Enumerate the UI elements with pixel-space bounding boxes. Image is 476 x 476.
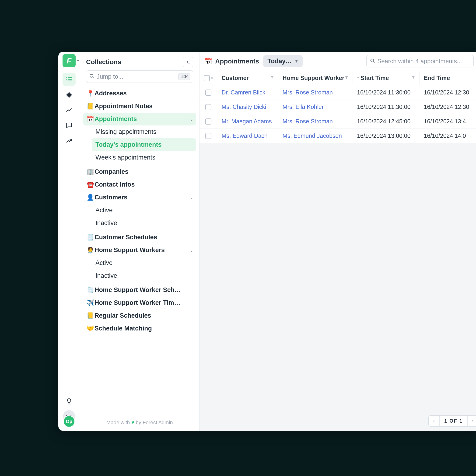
pager: ‹ 1 OF 1 › [428, 415, 476, 426]
column-customer[interactable]: Customer [217, 71, 278, 85]
cell-end-time: 16/10/2024 13:4 [420, 114, 476, 129]
sidebar-item[interactable]: 📒Appointment Notes [83, 100, 196, 113]
rail-analytics-icon[interactable] [63, 134, 76, 147]
sidebar-item[interactable]: 📒Regular Schedules [83, 309, 196, 322]
jump-placeholder: Jump to... [97, 73, 178, 80]
topbar: 📅 Appointments Today… ▼ Search within 4 … [199, 52, 476, 71]
sidebar-subitem[interactable]: Active [92, 204, 196, 217]
cell-customer[interactable]: Ms. Chasity Dicki [217, 100, 278, 114]
table-body: Dr. Camren BlickMrs. Rose Stroman16/10/2… [199, 85, 476, 431]
sidebar-item-label: Home Support Worker Sch… [94, 286, 193, 294]
rail-avatars[interactable]: EK Op [62, 410, 76, 427]
collection-tree: 📍Addresses📒Appointment Notes📅Appointment… [80, 86, 199, 414]
sidebar-subitem[interactable]: Missing appointments [92, 125, 196, 138]
jump-shortcut: ⌘K [178, 73, 190, 80]
svg-line-13 [373, 62, 374, 63]
search-icon [370, 58, 375, 65]
sidebar-item-label: Active [95, 207, 193, 214]
sidebar-item[interactable]: 📅Appointments⌄ [83, 113, 196, 125]
cell-customer[interactable]: Dr. Camren Blick [217, 85, 278, 100]
sidebar-subitem[interactable]: Inactive [92, 269, 196, 282]
collection-icon: ☎️ [86, 181, 94, 188]
sidebar-item[interactable]: 🏢Companies [83, 165, 196, 178]
breadcrumb[interactable]: 📅 Appointments [204, 57, 259, 65]
sidebar-item[interactable]: 🗒️Home Support Worker Sch… [83, 284, 196, 296]
footer-credit: Made with ♥ by Forest Admin [80, 414, 199, 431]
cell-hsw[interactable]: Mrs. Rose Stroman [278, 85, 353, 100]
sidebar-item-label: Home Support Worker Tim… [94, 299, 193, 306]
collection-icon: 📒 [86, 312, 94, 319]
rail-chat-icon[interactable] [63, 119, 76, 132]
collection-icon: 📒 [86, 103, 94, 110]
cell-start-time: 16/10/2024 12:45:00 [353, 114, 420, 129]
sidebar-item[interactable]: 🗒️Customer Schedules [83, 231, 196, 244]
collapse-sidebar-button[interactable] [183, 57, 193, 67]
cell-end-time: 16/10/2024 12:30 [420, 100, 476, 114]
sidebar-item-label: Companies [94, 168, 193, 175]
rail-tips-icon[interactable] [63, 395, 76, 408]
cell-customer[interactable]: Mr. Maegan Adams [217, 114, 278, 129]
sidebar-item[interactable]: 📍Addresses [83, 87, 196, 100]
icon-rail: F EK Op [58, 52, 80, 431]
table-row[interactable]: Ms. Edward DachMs. Edmund Jacobson16/10/… [199, 129, 476, 143]
row-checkbox[interactable] [199, 114, 217, 129]
cell-start-time: 16/10/2024 13:00:00 [353, 129, 420, 143]
row-checkbox[interactable] [199, 85, 217, 100]
select-all-checkbox[interactable]: ▾ [199, 71, 217, 85]
rail-collections-icon[interactable] [63, 73, 76, 86]
chevron-down-icon: ⌄ [190, 248, 193, 253]
rail-puzzle-icon[interactable] [63, 88, 76, 101]
heart-icon: ♥ [131, 420, 134, 425]
table-row[interactable]: Dr. Camren BlickMrs. Rose Stroman16/10/2… [199, 85, 476, 100]
table-header: ▾ Customer Home Support Worker [199, 71, 476, 85]
filter-icon[interactable] [270, 76, 274, 81]
app-logo[interactable]: F [63, 54, 76, 67]
sidebar-item[interactable]: 🤝Schedule Matching [83, 322, 196, 335]
collection-icon: 🗒️ [86, 286, 94, 294]
column-home-support-worker[interactable]: Home Support Worker [278, 71, 353, 85]
pager-prev-button[interactable]: ‹ [429, 416, 439, 426]
sidebar-item[interactable]: 🧑‍⚕️Home Support Workers⌄ [83, 244, 196, 256]
main-panel: 📅 Appointments Today… ▼ Search within 4 … [199, 52, 476, 431]
cell-hsw[interactable]: Mrs. Rose Stroman [278, 114, 353, 129]
sidebar-item-label: Schedule Matching [94, 325, 193, 332]
segment-dropdown[interactable]: Today… ▼ [263, 55, 302, 67]
column-start-time[interactable]: ↑ Start Time [353, 71, 420, 85]
sidebar-item[interactable]: 👤Customers⌄ [83, 191, 196, 204]
filter-icon[interactable] [345, 76, 348, 81]
calendar-icon: 📅 [204, 57, 212, 65]
sidebar-item-label: Contact Infos [94, 181, 193, 188]
sidebar-item-label: Home Support Workers [94, 247, 190, 254]
cell-start-time: 16/10/2024 11:30:00 [353, 85, 420, 100]
sidebar-item-label: Missing appointments [95, 128, 193, 136]
sidebar-item-label: Inactive [95, 272, 193, 279]
cell-end-time: 16/10/2024 14:0 [420, 129, 476, 143]
row-checkbox[interactable] [199, 100, 217, 114]
sort-asc-icon: ↑ [357, 76, 359, 81]
pager-next-button[interactable]: › [467, 416, 476, 426]
sidebar-subitem[interactable]: Week's appointments [92, 151, 196, 164]
segment-label: Today… [267, 58, 292, 65]
cell-hsw[interactable]: Ms. Edmund Jacobson [278, 129, 353, 143]
table-row[interactable]: Ms. Chasity DickiMrs. Ella Kohler16/10/2… [199, 100, 476, 114]
sidebar-item[interactable]: ✈️Home Support Worker Tim… [83, 296, 196, 309]
search-input[interactable]: Search within 4 appointments... [366, 55, 474, 68]
jump-to-input[interactable]: Jump to... ⌘K [86, 70, 193, 83]
chevron-down-icon: ▼ [295, 59, 299, 63]
sidebar-subitem[interactable]: Active [92, 256, 196, 269]
sidebar-item-label: Addresses [94, 90, 193, 97]
search-icon [89, 73, 94, 80]
cell-hsw[interactable]: Mrs. Ella Kohler [278, 100, 353, 114]
breadcrumb-label: Appointments [215, 58, 259, 65]
sidebar: Collections Jump to... ⌘K 📍Addresses📒App… [80, 52, 199, 431]
rail-trend-icon[interactable] [63, 103, 76, 117]
row-checkbox[interactable] [199, 129, 217, 143]
table-row[interactable]: Mr. Maegan AdamsMrs. Rose Stroman16/10/2… [199, 114, 476, 129]
sidebar-subitem[interactable]: Today's appointments [92, 138, 196, 151]
filter-icon[interactable] [411, 76, 415, 81]
collection-icon: 👤 [86, 194, 94, 201]
sidebar-item[interactable]: ☎️Contact Infos [83, 178, 196, 191]
cell-customer[interactable]: Ms. Edward Dach [217, 129, 278, 143]
sidebar-subitem[interactable]: Inactive [92, 217, 196, 229]
column-end-time[interactable]: End Time [420, 71, 476, 85]
